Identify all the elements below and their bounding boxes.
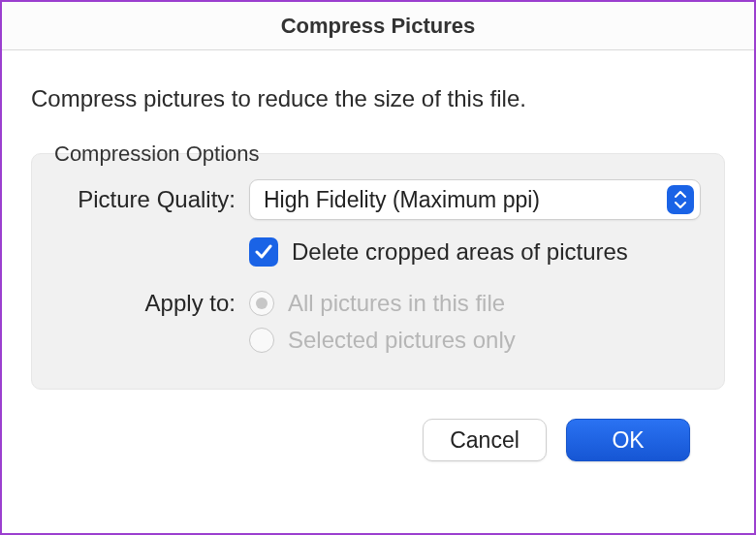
- dialog-description: Compress pictures to reduce the size of …: [31, 85, 725, 112]
- apply-to-all-item: All pictures in this file: [249, 290, 516, 317]
- group-legend: Compression Options: [50, 142, 264, 167]
- check-icon: [254, 242, 273, 262]
- delete-cropped-label: Delete cropped areas of pictures: [292, 238, 628, 266]
- apply-to-selected-item: Selected pictures only: [249, 327, 516, 354]
- apply-to-selected-radio: [249, 328, 274, 353]
- dialog-content: Compress pictures to reduce the size of …: [2, 50, 754, 461]
- apply-to-all-label: All pictures in this file: [288, 290, 505, 317]
- compression-options-group: Picture Quality: High Fidelity (Maximum …: [31, 153, 725, 390]
- picture-quality-label: Picture Quality:: [55, 186, 249, 213]
- picture-quality-row: Picture Quality: High Fidelity (Maximum …: [55, 179, 701, 220]
- select-chevrons-icon: [667, 185, 694, 214]
- apply-to-all-radio: [249, 291, 274, 316]
- apply-to-row: Apply to: All pictures in this file Sele…: [55, 290, 701, 354]
- ok-button[interactable]: OK: [566, 419, 690, 461]
- cancel-button[interactable]: Cancel: [423, 419, 547, 461]
- dialog-titlebar: Compress Pictures: [2, 2, 754, 50]
- dialog-title: Compress Pictures: [281, 14, 476, 39]
- apply-to-radio-group: All pictures in this file Selected pictu…: [249, 290, 516, 354]
- dialog-button-row: Cancel OK: [31, 390, 725, 461]
- delete-cropped-checkbox[interactable]: [249, 237, 278, 267]
- apply-to-selected-label: Selected pictures only: [288, 327, 516, 354]
- apply-to-label: Apply to:: [55, 290, 249, 317]
- picture-quality-value: High Fidelity (Maximum ppi): [264, 187, 540, 213]
- picture-quality-select[interactable]: High Fidelity (Maximum ppi): [249, 179, 701, 220]
- delete-cropped-row: Delete cropped areas of pictures: [249, 237, 701, 267]
